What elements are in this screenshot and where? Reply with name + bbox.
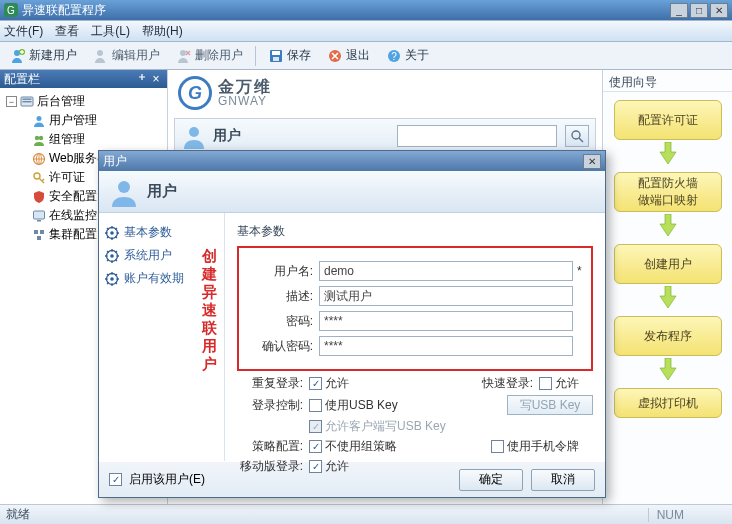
gear-icon — [105, 249, 119, 263]
menu-view[interactable]: 查看 — [55, 23, 79, 40]
svg-rect-12 — [23, 101, 32, 102]
use-usb-checkbox[interactable] — [309, 399, 322, 412]
dialog-section-title: 基本参数 — [237, 223, 593, 244]
svg-point-30 — [118, 181, 130, 193]
wizard-step-publish[interactable]: 发布程序 — [614, 316, 722, 356]
user-dialog: 用户 ✕ 用户 基本参数 系统用户 账户有效期 创建异速联用户 基本参数 用户名… — [98, 150, 606, 498]
enable-user-label: 启用该用户(E) — [129, 471, 205, 488]
wizard-step-license[interactable]: 配置许可证 — [614, 100, 722, 140]
dialog-title: 用户 — [103, 153, 127, 170]
tb-save[interactable]: 保存 — [262, 45, 317, 66]
svg-rect-22 — [40, 230, 44, 234]
tb-about[interactable]: ? 关于 — [380, 45, 435, 66]
wizard-step-createuser[interactable]: 创建用户 — [614, 244, 722, 284]
wizard-title: 使用向导 — [603, 74, 732, 92]
svg-point-25 — [572, 131, 580, 139]
brand-cjk: 金万维 — [218, 79, 272, 95]
gear-icon — [105, 226, 119, 240]
monitor-icon — [32, 209, 46, 223]
mobile-allow-label: 允许 — [325, 458, 349, 475]
tb-exit[interactable]: 退出 — [321, 45, 376, 66]
wizard-step-firewall[interactable]: 配置防火墙 做端口映射 — [614, 172, 722, 212]
tree-item-label: 在线监控 — [49, 207, 97, 224]
server-icon — [20, 95, 34, 109]
wizard-step-label: 发布程序 — [644, 328, 692, 345]
maximize-button[interactable]: □ — [690, 3, 708, 18]
wizard-panel: 使用向导 配置许可证 配置防火墙 做端口映射 创建用户 发布程序 虚拟打印机 — [602, 70, 732, 504]
svg-point-13 — [37, 116, 42, 121]
dialog-close-button[interactable]: ✕ — [583, 154, 601, 169]
required-fields-box: 用户名: * 描述: 密码: 确认密码: — [237, 246, 593, 371]
svg-rect-19 — [34, 211, 45, 219]
no-group-policy-checkbox[interactable]: ✓ — [309, 440, 322, 453]
panel-close-icon[interactable]: × — [149, 72, 163, 86]
svg-marker-29 — [660, 358, 676, 380]
user-header-strip: 用户 — [174, 118, 596, 154]
menu-file[interactable]: 文件(F) — [4, 23, 43, 40]
separator — [255, 46, 256, 66]
dialog-nav-label: 系统用户 — [124, 247, 172, 264]
enable-user-checkbox[interactable]: ✓ — [109, 473, 122, 486]
tree-item-groups[interactable]: 组管理 — [32, 130, 165, 149]
svg-marker-27 — [660, 214, 676, 236]
tb-new-user[interactable]: 新建用户 — [4, 45, 83, 66]
brand-logo: G 金万维 GNWAY — [178, 76, 272, 110]
username-input[interactable] — [319, 261, 573, 281]
exit-icon — [327, 48, 343, 64]
svg-rect-20 — [37, 220, 41, 222]
svg-rect-6 — [273, 57, 279, 61]
tb-edit-user[interactable]: 编辑用户 — [87, 45, 166, 66]
search-input[interactable] — [397, 125, 557, 147]
menu-tools[interactable]: 工具(L) — [91, 23, 130, 40]
user-add-icon — [10, 48, 26, 64]
shield-icon — [32, 190, 46, 204]
tb-delete-user-label: 删除用户 — [195, 47, 243, 64]
svg-point-15 — [39, 135, 43, 139]
statusbar: 就绪 NUM — [0, 504, 732, 524]
search-button[interactable] — [565, 125, 589, 147]
globe-icon — [32, 152, 46, 166]
tree-root[interactable]: − 后台管理 — [2, 92, 165, 111]
user-delete-icon — [176, 48, 192, 64]
status-num: NUM — [648, 508, 692, 522]
tb-edit-user-label: 编辑用户 — [112, 47, 160, 64]
dialog-avatar-icon — [109, 177, 139, 207]
desc-input[interactable] — [319, 286, 573, 306]
dialog-nav-label: 基本参数 — [124, 224, 172, 241]
pwd2-input[interactable] — [319, 336, 573, 356]
mobile-allow-checkbox[interactable]: ✓ — [309, 460, 322, 473]
svg-rect-11 — [23, 98, 32, 99]
write-usb-button[interactable]: 写USB Key — [507, 395, 593, 415]
wizard-step-label: 创建用户 — [644, 256, 692, 273]
menubar: 文件(F) 查看 工具(L) 帮助(H) — [0, 20, 732, 42]
tb-new-user-label: 新建用户 — [29, 47, 77, 64]
client-usb-checkbox: ✓ — [309, 420, 322, 433]
svg-point-14 — [35, 135, 39, 139]
wizard-step-vprint[interactable]: 虚拟打印机 — [614, 388, 722, 418]
collapse-icon[interactable]: − — [6, 96, 17, 107]
tree-item-label: 许可证 — [49, 169, 85, 186]
pin-icon[interactable] — [135, 72, 149, 86]
tree-item-label: 集群配置 — [49, 226, 97, 243]
dialog-banner-label: 用户 — [147, 182, 177, 201]
wizard-step-label: 配置许可证 — [638, 112, 698, 129]
pwd-input[interactable] — [319, 311, 573, 331]
svg-point-32 — [110, 231, 114, 235]
brand-latin: GNWAY — [218, 95, 272, 107]
tb-delete-user[interactable]: 删除用户 — [170, 45, 249, 66]
phone-token-checkbox[interactable] — [491, 440, 504, 453]
mobile-login-label: 移动版登录: — [237, 458, 309, 475]
fastlogin-checkbox[interactable] — [539, 377, 552, 390]
tree-item-label: 用户管理 — [49, 112, 97, 129]
dialog-nav-basic[interactable]: 基本参数 — [105, 221, 218, 244]
brand-mark-icon: G — [178, 76, 212, 110]
fastlogin-label: 快速登录: — [482, 375, 533, 392]
relogin-checkbox[interactable]: ✓ — [309, 377, 322, 390]
close-button[interactable]: ✕ — [710, 3, 728, 18]
app-icon: G — [4, 3, 18, 17]
toolbar: 新建用户 编辑用户 删除用户 保存 退出 ? 关于 — [0, 42, 732, 70]
minimize-button[interactable]: _ — [670, 3, 688, 18]
tree-item-users[interactable]: 用户管理 — [32, 111, 165, 130]
menu-help[interactable]: 帮助(H) — [142, 23, 183, 40]
svg-point-24 — [189, 127, 199, 137]
